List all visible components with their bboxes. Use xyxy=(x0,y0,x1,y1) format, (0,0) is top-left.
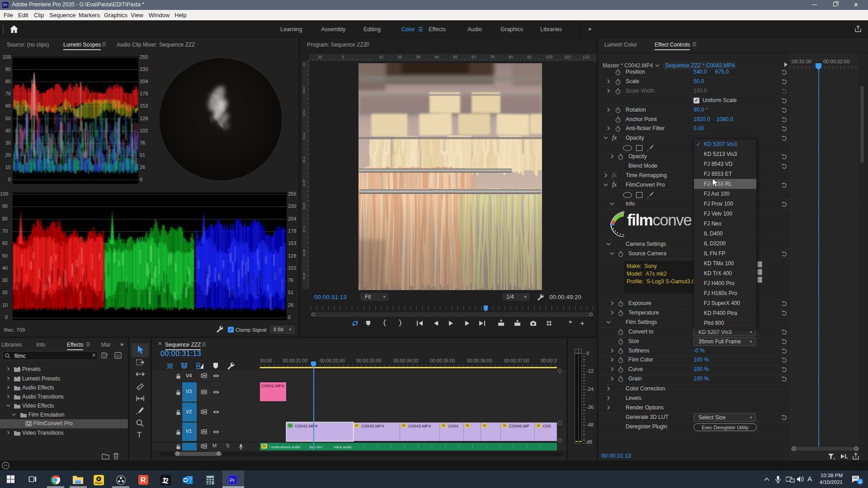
svg-text:Player: Player xyxy=(95,482,103,484)
svg-text:T: T xyxy=(137,431,142,439)
svg-text:Pr: Pr xyxy=(230,478,235,483)
svg-text:R: R xyxy=(141,476,146,484)
svg-text:32: 32 xyxy=(116,354,120,358)
svg-text:2: 2 xyxy=(165,477,169,485)
